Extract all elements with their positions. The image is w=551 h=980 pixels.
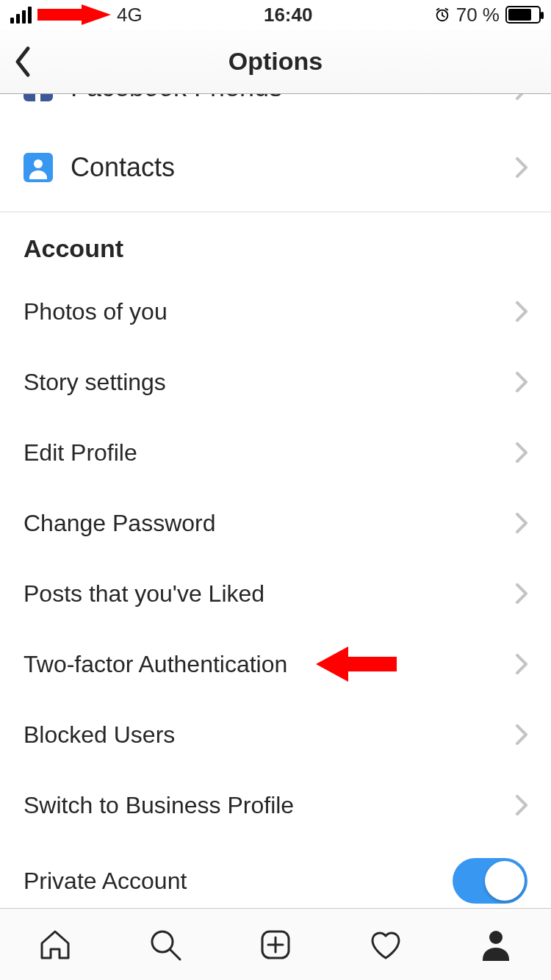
bottom-tab-bar bbox=[0, 908, 551, 980]
chevron-right-icon bbox=[516, 654, 527, 674]
row-label: Private Account bbox=[24, 868, 453, 895]
row-change-password[interactable]: Change Password bbox=[0, 488, 551, 558]
svg-point-6 bbox=[152, 932, 173, 952]
row-label: Blocked Users bbox=[24, 721, 516, 749]
page-title: Options bbox=[228, 47, 323, 76]
row-photos-of-you[interactable]: Photos of you bbox=[0, 276, 551, 347]
row-blocked-users[interactable]: Blocked Users bbox=[0, 699, 551, 770]
section-header-account: Account bbox=[0, 212, 551, 276]
tab-activity[interactable] bbox=[368, 927, 403, 962]
row-story-settings[interactable]: Story settings bbox=[0, 347, 551, 417]
chevron-right-icon bbox=[516, 94, 527, 100]
row-label: Edit Profile bbox=[24, 439, 516, 466]
row-label: Photos of you bbox=[24, 298, 516, 325]
settings-scroll[interactable]: Facebook Friends Contacts Account Photos… bbox=[0, 94, 551, 908]
row-switch-business[interactable]: Switch to Business Profile bbox=[0, 770, 551, 840]
row-label: Facebook Friends bbox=[71, 94, 516, 103]
network-type: 4G bbox=[117, 4, 143, 26]
chevron-right-icon bbox=[516, 301, 527, 322]
chevron-right-icon bbox=[516, 442, 527, 463]
chevron-right-icon bbox=[516, 513, 527, 533]
tab-home[interactable] bbox=[37, 927, 73, 962]
chevron-right-icon bbox=[516, 795, 527, 815]
row-private-account: Private Account bbox=[0, 840, 551, 908]
svg-marker-0 bbox=[37, 4, 111, 25]
row-label: Two-factor Authentication bbox=[24, 651, 516, 678]
row-two-factor-authentication[interactable]: Two-factor Authentication bbox=[0, 629, 551, 699]
chevron-right-icon bbox=[516, 724, 527, 745]
svg-point-11 bbox=[489, 931, 503, 944]
status-right: 70 % bbox=[434, 4, 541, 26]
tab-new-post[interactable] bbox=[258, 927, 293, 962]
battery-percent: 70 % bbox=[456, 4, 500, 26]
alarm-icon bbox=[434, 7, 450, 23]
status-left: 4G bbox=[10, 4, 143, 26]
facebook-icon bbox=[24, 94, 53, 101]
chevron-right-icon bbox=[516, 372, 527, 392]
chevron-right-icon bbox=[516, 157, 527, 178]
row-facebook-friends[interactable]: Facebook Friends bbox=[0, 94, 551, 123]
svg-point-4 bbox=[34, 159, 43, 168]
row-contacts[interactable]: Contacts bbox=[0, 123, 551, 212]
annotation-arrow-carrier bbox=[37, 4, 111, 25]
tab-search[interactable] bbox=[148, 927, 183, 962]
row-label: Posts that you've Liked bbox=[24, 580, 516, 608]
cellular-signal-icon bbox=[10, 6, 32, 24]
tab-profile[interactable] bbox=[478, 927, 514, 962]
svg-line-7 bbox=[170, 950, 180, 959]
row-label: Story settings bbox=[24, 369, 516, 396]
row-label: Change Password bbox=[24, 510, 516, 537]
status-time: 16:40 bbox=[264, 4, 313, 26]
back-button[interactable] bbox=[13, 29, 32, 93]
row-label: Contacts bbox=[71, 152, 516, 183]
contacts-icon bbox=[24, 153, 53, 182]
nav-header: Options bbox=[0, 29, 551, 94]
row-edit-profile[interactable]: Edit Profile bbox=[0, 417, 551, 488]
chevron-right-icon bbox=[516, 583, 527, 604]
row-posts-liked[interactable]: Posts that you've Liked bbox=[0, 558, 551, 629]
private-account-toggle[interactable] bbox=[453, 858, 527, 904]
status-bar: 4G 16:40 70 % bbox=[0, 0, 551, 29]
row-label: Switch to Business Profile bbox=[24, 792, 516, 819]
battery-icon bbox=[505, 6, 541, 24]
